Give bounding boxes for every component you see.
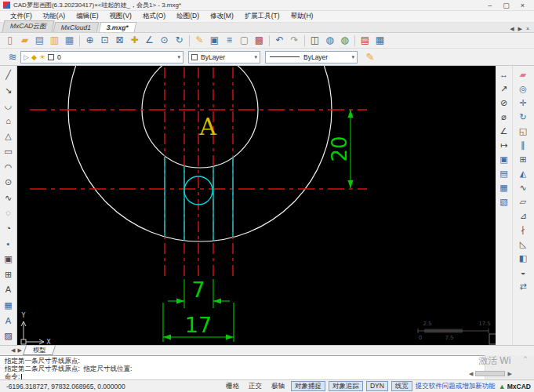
rotate-icon[interactable]: ↻	[519, 110, 526, 124]
copy-icon[interactable]: ◎	[519, 82, 527, 96]
linetype-select[interactable]: ByLayer ▾	[265, 51, 358, 64]
dim-aligned-icon[interactable]: ↗	[500, 82, 507, 96]
spline-edit-icon[interactable]: ∿	[519, 180, 526, 194]
draw-line-icon[interactable]: ╱	[5, 67, 11, 83]
draw-arc-icon[interactable]: ◠	[5, 160, 13, 176]
pdf-export-icon[interactable]: ▤	[358, 34, 372, 47]
scroll-left-icon[interactable]: ◀	[469, 371, 473, 377]
draw-rectangle-icon[interactable]: ▭	[4, 144, 12, 160]
draw-text-icon[interactable]: A	[5, 282, 11, 298]
color-select[interactable]: ByLayer ▾	[188, 51, 260, 64]
command-scrollbar[interactable]: ◀ ▶	[469, 370, 532, 377]
menu-item[interactable]: 帮助(H)	[285, 12, 319, 21]
zoom-object-icon[interactable]: ⊙	[157, 34, 172, 47]
draw-image-icon[interactable]: ▦	[4, 298, 12, 314]
model-tab[interactable]: 模型	[23, 346, 56, 355]
draw-mtext-icon[interactable]: A	[5, 314, 11, 329]
array-icon[interactable]: ⊞	[519, 152, 526, 166]
dim-quick-icon[interactable]: ↦	[500, 138, 507, 152]
dim-update-icon[interactable]: ▦	[499, 180, 507, 194]
draw-revcloud-icon[interactable]: ◡	[5, 98, 13, 114]
ucs-icon[interactable]: ∠	[142, 34, 157, 47]
web-publish-icon[interactable]: ◍	[337, 34, 352, 47]
toggle-osnap[interactable]: 对象捕捉	[291, 381, 325, 391]
orbit-icon[interactable]: ↻	[172, 34, 187, 47]
chamfer-icon[interactable]: ◺	[520, 237, 526, 251]
dim-text-edit-icon[interactable]: ▤	[499, 166, 507, 180]
dim-diameter-icon[interactable]: ⌀	[501, 110, 507, 124]
command-window[interactable]: 指定第一条尺寸界线原点: 指定第二条尺寸界线原点: 指定尺寸线位置: 命令:	[0, 355, 534, 379]
pan-icon[interactable]: ✚	[127, 34, 142, 47]
menu-item[interactable]: 修改(M)	[205, 12, 239, 21]
extend-icon[interactable]: ⊿	[519, 209, 526, 223]
zoom-extents-icon[interactable]: ⊡	[97, 34, 112, 47]
draw-block-icon[interactable]: ▣	[4, 252, 12, 267]
layout-next-icon[interactable]: ▶	[17, 347, 21, 354]
scroll-right-icon[interactable]: ▶	[507, 371, 511, 377]
erase-icon[interactable]: ▰	[520, 67, 526, 82]
trim-icon[interactable]: ▱	[520, 194, 526, 209]
draw-hatch-icon[interactable]: ▨	[4, 328, 12, 344]
dim-edit-icon[interactable]: ▣	[499, 152, 507, 166]
dim-angular-icon[interactable]: ∠	[500, 124, 508, 138]
scroll-thumb[interactable]	[475, 371, 505, 376]
tab-3mxg[interactable]: 3.mxg*	[98, 22, 136, 32]
layer-manager-icon[interactable]: ≡	[222, 34, 237, 47]
toggle-grid[interactable]: 栅格	[223, 382, 242, 390]
layout-prev-icon[interactable]: ◀	[11, 347, 15, 354]
maximize-button[interactable]: ▢	[503, 1, 510, 10]
revolve-icon[interactable]: ◒	[521, 265, 526, 279]
redo-icon[interactable]: ↷	[287, 34, 302, 47]
expand-caret-icon[interactable]: ^	[524, 354, 527, 361]
toggle-polar[interactable]: 极轴	[268, 382, 288, 390]
dim-style-icon[interactable]: ▧	[499, 194, 507, 209]
dim-radius-icon[interactable]: ⊘	[500, 96, 507, 110]
break-icon[interactable]: ∤	[521, 223, 525, 237]
draw-polygon-icon[interactable]: ⌂	[5, 114, 11, 129]
properties-icon[interactable]: ▣	[207, 34, 222, 47]
draw-pencil-icon[interactable]: ✎	[192, 34, 207, 47]
draw-polygon2-icon[interactable]: △	[5, 129, 11, 144]
offset-icon[interactable]: ∥	[521, 138, 525, 152]
tab-mxcad-cloud[interactable]: MxCAD云图	[2, 20, 54, 32]
toggle-otrack[interactable]: 对象追踪	[329, 381, 363, 391]
image-export-icon[interactable]: ▦	[372, 34, 387, 47]
zoom-scale-icon[interactable]: ⊠	[112, 34, 127, 47]
draw-xline-icon[interactable]: ↘	[5, 83, 12, 99]
move-icon[interactable]: ✛	[519, 96, 526, 110]
box-3d-icon[interactable]: ◧	[519, 251, 527, 265]
draw-ellipse-arc-icon[interactable]: ◔	[5, 221, 11, 237]
join-icon[interactable]: ⇄	[519, 279, 526, 293]
draw-point-icon[interactable]: ▪	[7, 237, 10, 252]
layers-icon[interactable]: ≋	[5, 50, 20, 64]
web-icon[interactable]: ◍	[322, 34, 337, 47]
draw-circle-icon[interactable]: ⊙	[5, 175, 12, 191]
new-file-icon[interactable]: ▯	[2, 34, 17, 47]
scale-icon[interactable]: ◱	[519, 124, 527, 138]
close-button[interactable]: ×	[521, 1, 525, 10]
draw-ellipse-icon[interactable]: ◌	[5, 205, 11, 221]
save-icon[interactable]: ▤	[32, 34, 47, 47]
mirror-icon[interactable]: ◭	[520, 166, 526, 180]
draworder-pencil-icon[interactable]: ✎	[362, 50, 378, 64]
layer-select[interactable]: ▷ ◆ ☀ 0 ▾	[20, 51, 183, 64]
open-file-icon[interactable]: ▰	[17, 34, 32, 47]
toggle-ortho[interactable]: 正交	[245, 382, 265, 390]
dim-linear-icon[interactable]: ↔	[499, 67, 508, 82]
minimize-button[interactable]: –	[488, 1, 492, 10]
toggle-dyn[interactable]: DYN	[366, 381, 388, 391]
tab-mxcloud1[interactable]: MxCloud1	[53, 22, 100, 32]
undo-icon[interactable]: ↶	[272, 34, 287, 47]
drawing-canvas[interactable]: A 20 7 17	[17, 66, 496, 345]
save-as-icon[interactable]: ▦	[62, 34, 77, 47]
tab-prev-icon[interactable]: ◀	[510, 26, 514, 32]
open-folder-icon[interactable]: ▥	[47, 34, 62, 47]
feedback-link[interactable]: 提交软件问题或增加新功能	[416, 382, 496, 391]
draw-insert-block-icon[interactable]: ⊞	[5, 267, 12, 283]
draw-spline-icon[interactable]: ∿	[5, 191, 12, 206]
tab-close-icon[interactable]: ×	[526, 26, 529, 32]
toggle-lineweight[interactable]: 线宽	[391, 381, 412, 391]
palette-icon[interactable]: ▩	[252, 34, 267, 47]
print-icon[interactable]: ◫	[307, 34, 322, 47]
menu-item[interactable]: 扩展工具(T)	[239, 12, 285, 21]
